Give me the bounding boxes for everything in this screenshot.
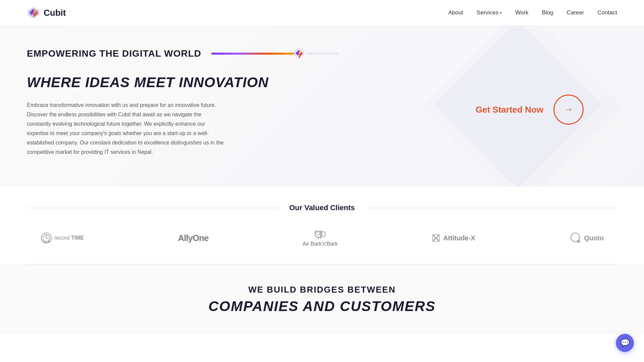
clients-line-right (365, 208, 617, 208)
record-time-icon (40, 232, 52, 244)
svg-point-14 (315, 231, 322, 238)
logo-text: Cubit (44, 8, 66, 18)
header: Cubit About Services ▾ Work Blog Career … (0, 0, 644, 26)
record-time-label: record TIME (54, 235, 84, 241)
attitudex-label: Attitude-X (443, 234, 475, 242)
cubit-small-logo-icon (293, 46, 305, 61)
nav-item-about[interactable]: About (448, 9, 463, 16)
svg-point-15 (320, 232, 325, 237)
svg-point-18 (317, 234, 318, 236)
nav-item-services[interactable]: Services ▾ (477, 9, 502, 16)
progress-bar (211, 53, 294, 55)
hero-left: WHERE IDEAS MEET INNOVATION Embrace tran… (27, 74, 269, 157)
hero-cta[interactable]: Get Started Now → (476, 95, 584, 125)
main-nav: About Services ▾ Work Blog Career Contac… (448, 9, 617, 16)
clients-section: Our Valued Clients record TIME AllyOne (0, 187, 644, 264)
chat-icon: 💬 (621, 339, 630, 347)
progress-bar-wrap (211, 46, 339, 61)
clients-title: Our Valued Clients (289, 203, 355, 212)
cta-arrow-button[interactable]: → (553, 95, 584, 125)
bridges-title: COMPANIES AND CUSTOMERS (27, 298, 617, 314)
svg-line-12 (46, 238, 48, 239)
nav-item-blog[interactable]: Blog (542, 9, 553, 16)
nav-item-work[interactable]: Work (515, 9, 528, 16)
nav-item-career[interactable]: Career (567, 9, 584, 16)
client-logo-airbark: Air Bark'n'Bark (303, 229, 338, 247)
client-logo-allyone: AllyOne (178, 233, 208, 243)
nav-item-contact[interactable]: Contact (597, 9, 617, 16)
client-logo-attitudex: Attitude-X (432, 234, 475, 242)
svg-point-20 (322, 235, 323, 236)
services-chevron-icon: ▾ (500, 11, 502, 15)
allyone-label: AllyOne (178, 233, 208, 243)
logo-icon (27, 6, 40, 19)
chat-support-button[interactable]: 💬 (616, 334, 634, 352)
svg-point-13 (48, 241, 50, 242)
quoto-icon (569, 232, 581, 244)
client-logo-record-time: record TIME (40, 232, 84, 244)
hero-headline: WHERE IDEAS MEET INNOVATION (27, 74, 269, 90)
bridges-subtitle: WE BUILD BRIDGES BETWEEN (27, 285, 617, 295)
attitudex-icon (432, 234, 440, 242)
hero-content: WHERE IDEAS MEET INNOVATION Embrace tran… (27, 74, 617, 157)
hero-body: Embrace transformative innovation with u… (27, 101, 225, 157)
empowering-row: EMPOWERING THE DIGITAL WORLD (27, 46, 617, 61)
empowering-title: EMPOWERING THE DIGITAL WORLD (27, 48, 201, 59)
clients-header: Our Valued Clients (27, 203, 617, 212)
arrow-right-icon: → (564, 104, 573, 115)
svg-point-27 (577, 240, 580, 243)
clients-logos: record TIME AllyOne Air Bark'n'Bark (27, 229, 617, 247)
airbark-icon (313, 229, 327, 239)
clients-line-left (27, 208, 279, 208)
airbark-text: Air Bark'n'Bark (303, 241, 338, 247)
svg-point-19 (319, 234, 321, 236)
hero-section: EMPOWERING THE DIGITAL WORLD WHERE IDEAS… (0, 26, 644, 187)
client-logo-quoto: Quoto (569, 232, 604, 244)
cta-text: Get Started Now (476, 105, 543, 115)
progress-tail (306, 53, 339, 55)
bottom-section: WE BUILD BRIDGES BETWEEN COMPANIES AND C… (0, 264, 644, 335)
quoto-label: Quoto (584, 234, 604, 242)
logo[interactable]: Cubit (27, 6, 66, 19)
